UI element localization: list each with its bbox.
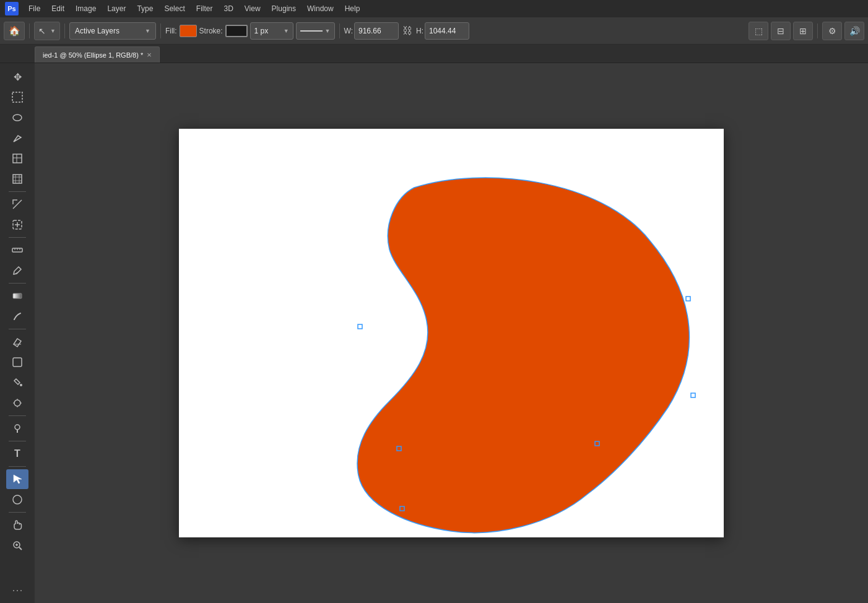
svg-point-16 [20, 384, 22, 386]
audio-icon-button[interactable]: 🔊 [844, 22, 864, 40]
smudge-tool-button[interactable] [6, 306, 28, 326]
toolbar-divider-7 [9, 466, 26, 467]
pen-tool-button[interactable] [6, 128, 28, 148]
link-proportions-icon[interactable]: ⛓ [401, 25, 414, 37]
anchor-point-rm[interactable] [691, 393, 695, 397]
svg-point-1 [13, 115, 22, 121]
stroke-width-dropdown[interactable]: 1 px ▼ [250, 22, 293, 40]
shape-svg [179, 129, 724, 537]
blur-icon [12, 397, 23, 409]
width-section: W: 916.66 [344, 22, 399, 40]
document-canvas [179, 129, 724, 537]
h-label: H: [416, 27, 423, 35]
eraser-icon [12, 336, 23, 347]
eyedrop-icon [12, 265, 23, 276]
menu-layer[interactable]: Layer [102, 3, 131, 14]
menu-bar: Ps File Edit Image Layer Type Select Fil… [0, 0, 868, 17]
options-toolbar: 🏠 ↖ ▼ Active Layers ▼ Fill: Stroke: 1 px… [0, 17, 868, 45]
anchor-point-tr[interactable] [686, 297, 690, 301]
toolbar-divider-6 [9, 441, 26, 441]
menu-help[interactable]: Help [340, 3, 365, 14]
settings-icon-button[interactable]: ⚙ [822, 22, 842, 40]
arrange-icon-button[interactable]: ⬚ [749, 22, 768, 40]
path-select-tool-button[interactable] [6, 469, 28, 489]
anchor-point-l[interactable] [358, 324, 362, 329]
stroke-width-value: 1 px [254, 27, 269, 35]
move-tool-button[interactable]: ✥ [6, 67, 28, 87]
marquee-tool-button[interactable] [6, 87, 28, 107]
toolbar-divider-4 [9, 329, 26, 329]
blur-tool-button[interactable] [6, 393, 28, 413]
svg-rect-3 [13, 175, 22, 183]
fill-label: Fill: [165, 27, 177, 35]
toolbar-divider-5 [9, 415, 26, 416]
zoom-icon [12, 540, 23, 551]
menu-type[interactable]: Type [132, 3, 158, 14]
lasso-tool-button[interactable] [6, 108, 28, 128]
align-icon-button[interactable]: ⊟ [771, 22, 791, 40]
toolbar-divider-3 [9, 283, 26, 284]
frame-tool-button[interactable] [6, 169, 28, 189]
zoom-tool-button[interactable] [6, 536, 28, 555]
patch-tool-button[interactable] [6, 215, 28, 235]
eyedrop-tool-button[interactable] [6, 261, 28, 280]
shape-icon [12, 357, 23, 368]
path-select-icon [12, 474, 23, 485]
lasso-icon [12, 112, 23, 123]
chevron-down-icon: ▼ [325, 28, 331, 34]
menu-3d[interactable]: 3D [219, 3, 238, 14]
slice-icon [12, 199, 23, 210]
fill-bucket-tool-button[interactable] [6, 373, 28, 393]
left-toolbar: ✥ [0, 63, 35, 603]
ellipse-icon [12, 494, 23, 505]
menu-file[interactable]: File [24, 3, 45, 14]
stroke-line-preview [300, 30, 323, 32]
menu-edit[interactable]: Edit [46, 3, 69, 14]
svg-point-22 [15, 425, 20, 430]
dodge-tool-button[interactable] [6, 419, 28, 438]
more-tools-button[interactable]: ⋯ [9, 581, 25, 599]
active-layers-label: Active Layers [75, 27, 119, 35]
ellipse-shape[interactable] [357, 178, 689, 532]
eraser-tool-button[interactable] [6, 332, 28, 352]
canvas-area [35, 63, 868, 603]
stroke-style-dropdown[interactable]: ▼ [296, 22, 335, 40]
gradient-tool-button[interactable] [6, 286, 28, 306]
ellipse-select-tool-button[interactable] [6, 490, 28, 510]
svg-line-26 [19, 547, 22, 550]
home-button[interactable]: 🏠 [4, 22, 25, 40]
chevron-down-icon: ▼ [284, 28, 289, 34]
chevron-down-icon: ▼ [50, 28, 56, 34]
crop-tool-button[interactable] [6, 149, 28, 168]
gradient-icon [12, 290, 23, 302]
pen-icon [12, 132, 23, 144]
ps-logo: Ps [5, 2, 19, 15]
document-tab[interactable]: ied-1 @ 50% (Ellipse 1, RGB/8) * × [35, 46, 160, 63]
tab-close-button[interactable]: × [147, 51, 152, 59]
dodge-icon [12, 423, 23, 434]
menu-filter[interactable]: Filter [191, 3, 218, 14]
distribute-icon-button[interactable]: ⊞ [793, 22, 813, 40]
svg-rect-15 [13, 358, 22, 367]
ruler-tool-button[interactable] [6, 240, 28, 260]
height-value[interactable]: 1044.44 [425, 22, 469, 40]
svg-point-24 [13, 495, 22, 504]
type-tool-button[interactable]: T [6, 444, 28, 464]
tool-select-button[interactable]: ↖ ▼ [34, 22, 60, 40]
tab-bar: ied-1 @ 50% (Ellipse 1, RGB/8) * × [0, 45, 868, 63]
menu-image[interactable]: Image [71, 3, 101, 14]
menu-window[interactable]: Window [302, 3, 339, 14]
slice-tool-button[interactable] [6, 194, 28, 214]
svg-point-17 [14, 400, 20, 406]
menu-select[interactable]: Select [159, 3, 189, 14]
fill-bucket-icon [12, 377, 23, 388]
width-value[interactable]: 916.66 [354, 22, 399, 40]
menu-plugins[interactable]: Plugins [267, 3, 301, 14]
stroke-color-swatch[interactable] [225, 25, 248, 37]
arrow-icon: ↖ [38, 26, 46, 36]
active-layers-dropdown[interactable]: Active Layers ▼ [69, 22, 156, 40]
shape-tool-button[interactable] [6, 352, 28, 372]
menu-view[interactable]: View [240, 3, 266, 14]
hand-tool-button[interactable] [6, 515, 28, 535]
fill-color-swatch[interactable] [180, 25, 197, 37]
